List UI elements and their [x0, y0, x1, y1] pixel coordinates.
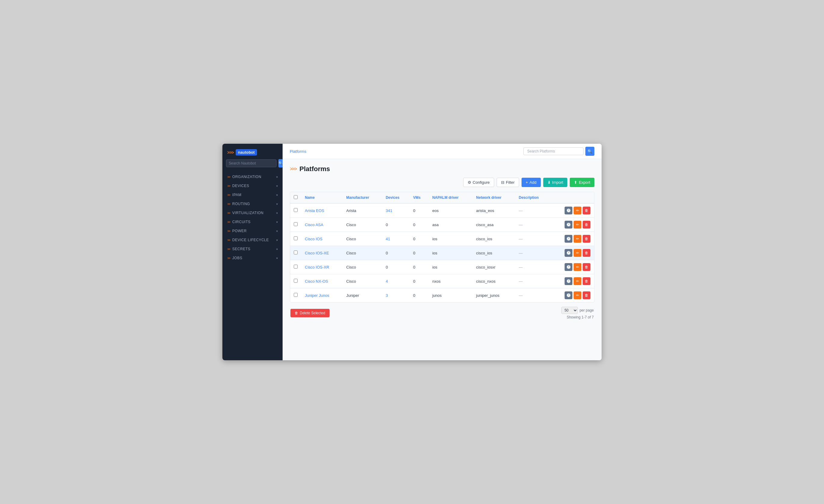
edit-button[interactable]: ✏	[574, 291, 582, 299]
sidebar-search-input[interactable]	[226, 159, 277, 167]
col-header-devices[interactable]: Devices	[382, 192, 410, 203]
platform-name-link[interactable]: Juniper Junos	[305, 293, 329, 298]
filter-button[interactable]: ⊟ Filter	[497, 178, 519, 187]
platform-name-link[interactable]: Cisco ASA	[305, 223, 323, 227]
history-button[interactable]: 🕐	[564, 249, 573, 257]
row-checkbox[interactable]	[294, 265, 298, 268]
row-checkbox-cell[interactable]	[290, 260, 301, 274]
col-header-description[interactable]: Description	[515, 192, 551, 203]
row-checkbox-cell[interactable]	[290, 232, 301, 246]
history-button[interactable]: 🕐	[564, 235, 573, 243]
row-checkbox[interactable]	[294, 236, 298, 240]
platform-name-link[interactable]: Cisco IOS-XR	[305, 265, 329, 269]
col-header-vms[interactable]: VMs	[410, 192, 429, 203]
col-header-name[interactable]: Name	[301, 192, 343, 203]
row-checkbox[interactable]	[294, 279, 298, 283]
delete-button[interactable]: 🗑	[583, 221, 591, 229]
cell-devices: 341	[382, 203, 410, 218]
import-button[interactable]: ⬇ Import	[543, 178, 568, 187]
cell-devices: 0	[382, 246, 410, 260]
row-checkbox-cell[interactable]	[290, 274, 301, 288]
history-button[interactable]: 🕐	[564, 291, 573, 299]
history-button[interactable]: 🕐	[564, 277, 573, 285]
devices-link[interactable]: 3	[386, 293, 388, 298]
dropdown-arrow-icon: ▾	[276, 256, 278, 260]
cell-devices: 4	[382, 274, 410, 288]
history-button[interactable]: 🕐	[564, 207, 573, 215]
edit-button[interactable]: ✏	[574, 235, 582, 243]
row-checkbox[interactable]	[294, 222, 298, 226]
cell-description: —	[515, 232, 551, 246]
page-title: Platforms	[299, 165, 330, 173]
row-checkbox-cell[interactable]	[290, 288, 301, 302]
row-checkbox[interactable]	[294, 293, 298, 297]
edit-button[interactable]: ✏	[574, 207, 582, 215]
sidebar-item-label: CIRCUITS	[232, 220, 251, 224]
platform-name-link[interactable]: Cisco IOS-XE	[305, 251, 329, 255]
delete-selected-button[interactable]: 🗑 Delete Selected	[290, 309, 329, 317]
sidebar-item-virtualization[interactable]: >> VIRTUALIZATION ▾	[222, 209, 283, 218]
per-page-select[interactable]: 25 50 100 250	[561, 307, 578, 314]
delete-selected-label: Delete Selected	[300, 311, 325, 315]
row-checkbox-cell[interactable]	[290, 218, 301, 232]
delete-button[interactable]: 🗑	[583, 207, 591, 215]
col-header-network-driver[interactable]: Network driver	[473, 192, 515, 203]
platform-name-link[interactable]: Cisco NX-OS	[305, 279, 328, 283]
delete-button[interactable]: 🗑	[583, 291, 591, 299]
nav-chevron-icon: >>	[227, 175, 230, 178]
edit-button[interactable]: ✏	[574, 263, 582, 271]
platform-name-link[interactable]: Cisco IOS	[305, 237, 323, 241]
nav-chevron-icon: >>	[227, 202, 230, 206]
cell-description: —	[515, 246, 551, 260]
cell-description: —	[515, 288, 551, 302]
history-button[interactable]: 🕐	[564, 221, 573, 229]
table-body: Arista EOS Arista 341 0 eos arista_eos —…	[290, 203, 594, 302]
search-button[interactable]: 🔍	[585, 147, 594, 156]
sidebar-item-circuits[interactable]: >> CIRCUITS ▾	[222, 218, 283, 227]
sidebar-item-organization[interactable]: >> ORGANIZATION ▾	[222, 172, 283, 181]
row-checkbox[interactable]	[294, 251, 298, 254]
configure-button[interactable]: ⚙ Configure	[463, 178, 494, 187]
devices-link[interactable]: 4	[386, 279, 388, 283]
delete-button[interactable]: 🗑	[583, 277, 591, 285]
row-checkbox-cell[interactable]	[290, 246, 301, 260]
history-button[interactable]: 🕐	[564, 263, 573, 271]
nav-chevron-icon: >>	[227, 229, 230, 233]
cell-napalm-driver: eos	[428, 203, 473, 218]
cell-actions: 🕐 ✏ 🗑	[551, 246, 594, 260]
sidebar-search-button[interactable]: 🔍	[278, 159, 283, 167]
col-header-napalm-driver[interactable]: NAPALM driver	[428, 192, 473, 203]
sidebar-item-device-lifecycle[interactable]: >> DEVICE LIFECYCLE ▾	[222, 236, 283, 245]
sidebar-item-power[interactable]: >> POWER ▾	[222, 227, 283, 236]
sidebar-item-devices[interactable]: >> DEVICES ▾	[222, 181, 283, 191]
col-header-manufacturer[interactable]: Manufacturer	[343, 192, 382, 203]
export-button[interactable]: ⬆ Export	[570, 178, 594, 187]
edit-button[interactable]: ✏	[574, 277, 582, 285]
dropdown-arrow-icon: ▾	[276, 175, 278, 178]
cell-name: Cisco IOS-XR	[301, 260, 343, 274]
sidebar-item-jobs[interactable]: >> JOBS ▾	[222, 253, 283, 262]
select-all-checkbox[interactable]	[294, 195, 298, 199]
sidebar-item-secrets[interactable]: >> SECRETS ▾	[222, 245, 283, 253]
row-checkbox[interactable]	[294, 208, 298, 212]
search-input[interactable]	[523, 147, 584, 155]
delete-button[interactable]: 🗑	[583, 235, 591, 243]
cell-actions: 🕐 ✏ 🗑	[551, 218, 594, 232]
devices-link[interactable]: 41	[386, 237, 390, 241]
logo-text: nautobot	[236, 149, 257, 155]
devices-link[interactable]: 341	[386, 209, 393, 213]
row-checkbox-cell[interactable]	[290, 203, 301, 218]
gear-icon: ⚙	[468, 180, 471, 184]
platform-name-link[interactable]: Arista EOS	[305, 209, 324, 213]
table-row: Cisco IOS-XE Cisco 0 0 ios cisco_ios — 🕐…	[290, 246, 594, 260]
delete-button[interactable]: 🗑	[583, 249, 591, 257]
table-footer: 🗑 Delete Selected 25 50 100 250 per page…	[290, 307, 594, 320]
edit-button[interactable]: ✏	[574, 249, 582, 257]
select-all-header[interactable]	[290, 192, 301, 203]
sidebar-item-ipam[interactable]: >> IPAM ▾	[222, 191, 283, 200]
sidebar-item-routing[interactable]: >> ROUTING ▾	[222, 200, 283, 209]
edit-button[interactable]: ✏	[574, 221, 582, 229]
search-icon: 🔍	[588, 149, 592, 154]
add-button[interactable]: + Add	[522, 178, 541, 187]
delete-button[interactable]: 🗑	[583, 263, 591, 271]
